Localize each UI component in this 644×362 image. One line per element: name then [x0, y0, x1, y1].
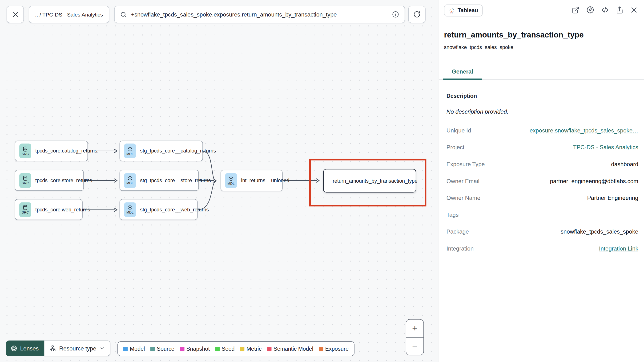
- node-label: tpcds_core.store_returns: [35, 177, 92, 183]
- close-icon: [12, 11, 19, 18]
- field-row-package: Package snowflake_tpcds_sales_spoke: [439, 223, 644, 240]
- model-badge: MDL: [124, 173, 136, 188]
- page-title: return_amounts_by_transaction_type: [439, 30, 644, 39]
- node-source-web-returns[interactable]: SRC tpcds_core.web_returns: [15, 199, 82, 220]
- node-label: return_amounts_by_transaction_type: [332, 178, 417, 184]
- refresh-button[interactable]: [408, 6, 426, 23]
- explore-button[interactable]: [586, 6, 594, 14]
- node-label: stg_tpcds_core__store_returns: [140, 177, 211, 183]
- model-badge: MDL: [124, 143, 136, 158]
- field-row-tags: Tags: [439, 206, 644, 223]
- close-lineage-button[interactable]: [6, 6, 24, 23]
- seed-swatch: [215, 346, 220, 351]
- chevron-down-icon: [100, 345, 105, 351]
- tableau-badge[interactable]: Tableau: [444, 5, 482, 17]
- node-label: tpcds_core.catalog_returns: [35, 148, 97, 154]
- node-label: stg_tpcds_core__web_returns: [140, 207, 209, 212]
- node-label: tpcds_core.web_returns: [35, 207, 90, 212]
- source-badge: SRC: [19, 202, 31, 217]
- model-badge: MDL: [225, 173, 237, 188]
- exposure-type-value: dashboard: [611, 160, 638, 167]
- lenses-button[interactable]: Lenses: [6, 340, 44, 356]
- snapshot-swatch: [180, 346, 184, 351]
- compass-icon: [586, 6, 594, 14]
- aperture-icon: [10, 345, 17, 352]
- tab-general[interactable]: General: [443, 65, 482, 80]
- external-link-icon: [572, 6, 580, 14]
- hierarchy-icon: [50, 345, 56, 352]
- node-source-store-returns[interactable]: SRC tpcds_core.store_returns: [15, 170, 84, 191]
- field-row-unique-id: Unique Id exposure.snowflake_tpcds_sales…: [439, 122, 644, 139]
- cube-icon: [228, 176, 234, 181]
- source-badge: SRC: [19, 143, 31, 158]
- semantic-model-swatch: [267, 346, 272, 351]
- share-icon: [616, 6, 624, 14]
- field-row-project: Project TPC-DS - Sales Analytics: [439, 139, 644, 155]
- database-icon: [22, 175, 28, 181]
- lenses-control: Lenses Resource type: [6, 340, 111, 356]
- model-swatch: [123, 346, 128, 351]
- search-input[interactable]: [131, 11, 388, 18]
- owner-name-value: Partner Engineering: [587, 195, 638, 201]
- integration-link[interactable]: Integration Link: [599, 245, 638, 251]
- breadcrumb[interactable]: .. / TPC-DS - Sales Analytics: [29, 6, 109, 23]
- database-icon: [22, 205, 28, 210]
- code-button[interactable]: [601, 6, 609, 14]
- field-row-integration: Integration Integration Link: [439, 240, 644, 257]
- unique-id-link[interactable]: exposure.snowflake_tpcds_sales_spoke…: [530, 127, 638, 133]
- field-row-exposure-type: Exposure Type dashboard: [439, 155, 644, 172]
- lineage-canvas[interactable]: SRC tpcds_core.catalog_returns MDL stg_t…: [0, 0, 439, 362]
- node-label: int_returns__unioned: [241, 178, 289, 183]
- package-value: snowflake_tpcds_sales_spoke: [561, 228, 638, 235]
- owner-email-value: partner_engineering@dbtlabs.com: [550, 177, 638, 184]
- open-external-button[interactable]: [572, 6, 580, 14]
- panel-header: Tableau: [439, 0, 644, 17]
- node-exposure-return-amounts[interactable]: return_amounts_by_transaction_type: [323, 169, 416, 192]
- zoom-in-button[interactable]: +: [406, 320, 424, 337]
- resource-type-legend: Model Source Snapshot Seed Metric Semant…: [118, 341, 354, 356]
- details-panel: Tableau return_amounts_b: [439, 0, 644, 362]
- project-link[interactable]: TPC-DS - Sales Analytics: [573, 144, 638, 150]
- metadata-fields: Unique Id exposure.snowflake_tpcds_sales…: [439, 122, 644, 257]
- cube-icon: [127, 175, 133, 181]
- legend-item-seed: Seed: [215, 346, 235, 352]
- close-panel-button[interactable]: [630, 6, 638, 14]
- node-stg-web-returns[interactable]: MDL stg_tpcds_core__web_returns: [120, 199, 198, 220]
- description-heading: Description: [439, 93, 644, 99]
- node-stg-store-returns[interactable]: MDL stg_tpcds_core__store_returns: [120, 170, 199, 191]
- package-subtitle: snowflake_tpcds_sales_spoke: [439, 44, 644, 50]
- panel-tabs: General: [439, 65, 644, 80]
- search-icon: [120, 11, 127, 18]
- share-button[interactable]: [616, 6, 624, 14]
- description-value: No description provided.: [439, 108, 644, 115]
- field-row-owner-email: Owner Email partner_engineering@dbtlabs.…: [439, 172, 644, 189]
- exposure-swatch: [319, 346, 323, 351]
- legend-item-source: Source: [150, 346, 174, 352]
- cube-icon: [127, 146, 133, 151]
- model-badge: MDL: [124, 202, 136, 217]
- node-int-returns-unioned[interactable]: MDL int_returns__unioned: [220, 170, 282, 191]
- node-source-catalog-returns[interactable]: SRC tpcds_core.catalog_returns: [15, 141, 88, 161]
- source-badge: SRC: [19, 173, 31, 188]
- info-icon[interactable]: [392, 11, 399, 18]
- zoom-out-button[interactable]: −: [406, 337, 424, 355]
- zoom-controls: + −: [406, 319, 424, 355]
- metric-swatch: [240, 346, 244, 351]
- panel-action-icons: [572, 6, 638, 14]
- close-icon: [630, 6, 638, 14]
- lineage-search[interactable]: [114, 6, 405, 23]
- node-stg-catalog-returns[interactable]: MDL stg_tpcds_core__catalog_returns: [120, 141, 203, 161]
- database-icon: [22, 146, 28, 151]
- legend-item-model: Model: [123, 346, 145, 352]
- refresh-icon: [413, 11, 420, 18]
- tableau-icon: [449, 7, 455, 14]
- node-label: stg_tpcds_core__catalog_returns: [140, 148, 216, 154]
- legend-item-exposure: Exposure: [319, 346, 348, 352]
- field-row-owner-name: Owner Name Partner Engineering: [439, 189, 644, 206]
- source-swatch: [150, 346, 155, 351]
- legend-item-snapshot: Snapshot: [180, 346, 210, 352]
- legend-item-metric: Metric: [240, 346, 262, 352]
- code-icon: [601, 6, 609, 14]
- cube-icon: [127, 205, 133, 210]
- resource-type-dropdown[interactable]: Resource type: [44, 340, 111, 356]
